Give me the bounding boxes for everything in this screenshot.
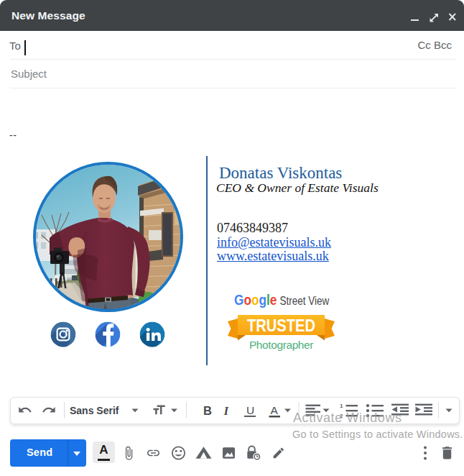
svg-text:A: A	[271, 404, 279, 416]
svg-text:Sans Serif: Sans Serif	[70, 405, 119, 416]
svg-text:I: I	[223, 404, 230, 418]
svg-text:1: 1	[340, 403, 343, 409]
svg-text:U: U	[246, 404, 254, 416]
svg-text:TRUSTED: TRUSTED	[247, 316, 315, 335]
svg-text:B: B	[203, 404, 212, 417]
